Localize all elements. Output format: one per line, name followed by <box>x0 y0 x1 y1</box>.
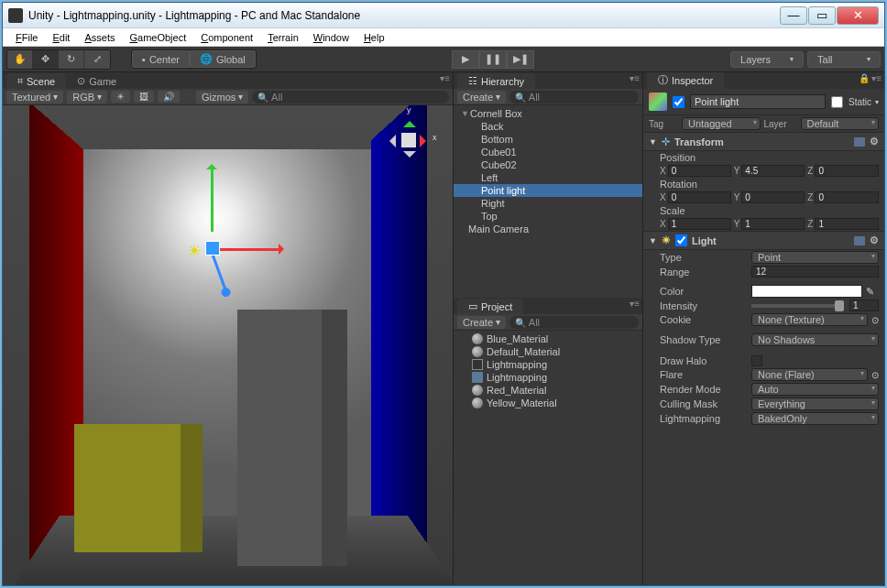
scale-tool-button[interactable]: ⤢ <box>84 50 110 69</box>
position-z-field[interactable] <box>815 165 879 177</box>
help-icon[interactable] <box>854 236 865 245</box>
project-item[interactable]: Lightmapping <box>454 358 642 371</box>
tab-project[interactable]: ▭Project <box>457 299 523 314</box>
transform-component-header[interactable]: ▼⊹ Transform <box>643 132 884 151</box>
light-enabled-checkbox[interactable] <box>675 234 687 246</box>
render-mode-dropdown[interactable]: RGB ▾ <box>67 91 107 103</box>
cookie-field[interactable]: None (Texture) <box>751 313 868 326</box>
active-checkbox[interactable] <box>673 96 684 108</box>
close-button[interactable]: ✕ <box>837 6 879 25</box>
panel-menu-icon[interactable]: ▾≡ <box>871 73 882 83</box>
panel-menu-icon[interactable]: ▾≡ <box>630 73 640 83</box>
hierarchy-item[interactable]: Cube01 <box>454 146 642 158</box>
tab-inspector[interactable]: ⓘInspector <box>647 72 724 89</box>
hierarchy-item[interactable]: Right <box>454 197 642 210</box>
audio-toggle[interactable]: 🔊 <box>158 91 180 103</box>
rotation-z-field[interactable] <box>815 191 879 203</box>
position-y-field[interactable] <box>741 165 805 177</box>
tab-scene[interactable]: ⌗Scene <box>6 73 66 89</box>
scale-y-field[interactable] <box>741 218 805 230</box>
eyedropper-icon[interactable]: ✎ <box>866 286 879 298</box>
menu-component[interactable]: Component <box>195 30 258 45</box>
lightmapping-dropdown[interactable]: BakedOnly <box>751 412 879 425</box>
hierarchy-item[interactable]: Cube02 <box>454 158 642 171</box>
scene-viewport[interactable]: x y <box>3 105 453 585</box>
scale-z-field[interactable] <box>815 218 879 230</box>
hierarchy-item[interactable]: Back <box>454 120 642 133</box>
position-x-field[interactable] <box>668 165 731 177</box>
hierarchy-item[interactable]: Top <box>454 210 642 223</box>
shadow-dropdown[interactable]: No Shadows <box>751 333 879 346</box>
hierarchy-item[interactable]: Point light <box>454 184 642 197</box>
menu-help[interactable]: Help <box>358 30 390 45</box>
orientation-gizmo[interactable]: x y <box>381 113 436 168</box>
gear-icon[interactable] <box>870 136 879 147</box>
render-mode-dropdown[interactable]: Auto <box>751 383 879 396</box>
layers-dropdown[interactable]: Layers▾ <box>730 51 804 68</box>
lighting-toggle[interactable]: ☀ <box>111 91 130 103</box>
space-toggle[interactable]: 🌐 Global <box>190 50 256 68</box>
minimize-button[interactable]: — <box>780 6 807 25</box>
panel-menu-icon[interactable]: ▾≡ <box>440 73 450 83</box>
object-name-field[interactable] <box>690 94 826 109</box>
light-component-header[interactable]: ▼☀ Light <box>643 231 884 250</box>
project-item[interactable]: Red_Material <box>454 384 642 397</box>
project-item[interactable]: Default_Material <box>454 345 642 358</box>
tab-hierarchy[interactable]: ☷Hierarchy <box>457 73 535 89</box>
gizmos-dropdown[interactable]: Gizmos ▾ <box>196 91 248 103</box>
hierarchy-item[interactable]: Main Camera <box>454 223 642 235</box>
light-type-dropdown[interactable]: Point <box>751 251 879 264</box>
maximize-button[interactable]: ▭ <box>808 6 836 25</box>
gear-icon[interactable] <box>870 234 879 246</box>
range-field[interactable] <box>751 266 879 278</box>
help-icon[interactable] <box>854 137 865 147</box>
layer-dropdown[interactable]: Default <box>801 117 880 130</box>
rotate-tool-button[interactable]: ↻ <box>59 50 84 69</box>
rotation-x-field[interactable] <box>668 191 731 203</box>
project-item[interactable]: Yellow_Material <box>454 397 642 409</box>
draw-halo-checkbox[interactable] <box>751 355 762 366</box>
shading-mode-dropdown[interactable]: Textured ▾ <box>6 91 63 103</box>
hierarchy-item[interactable]: Left <box>454 171 642 184</box>
hierarchy-item-root[interactable]: ▼Cornell Box <box>454 107 642 120</box>
intensity-slider[interactable] <box>751 304 844 308</box>
scene-search-input[interactable]: 🔍 All <box>252 91 449 103</box>
object-picker-icon[interactable]: ⊙ <box>871 370 879 380</box>
culling-mask-dropdown[interactable]: Everything <box>751 397 879 410</box>
scale-x-field[interactable] <box>668 218 731 230</box>
static-dropdown-icon[interactable]: ▾ <box>875 98 879 106</box>
gizmo-y-axis[interactable] <box>211 168 214 232</box>
lock-icon[interactable]: 🔒 <box>859 73 870 83</box>
menu-edit[interactable]: Edit <box>47 30 75 45</box>
static-checkbox[interactable] <box>831 96 843 108</box>
menu-gameobject[interactable]: GameObject <box>124 30 192 45</box>
hierarchy-create-dropdown[interactable]: Create ▾ <box>457 91 506 103</box>
object-picker-icon[interactable]: ⊙ <box>871 315 879 325</box>
tab-game[interactable]: ⊙Game <box>66 73 127 89</box>
tag-dropdown[interactable]: Untagged <box>682 117 761 130</box>
hierarchy-item[interactable]: Bottom <box>454 133 642 146</box>
panel-menu-icon[interactable]: ▾≡ <box>630 299 640 309</box>
fx-toggle[interactable]: 🖼 <box>134 91 154 103</box>
menu-window[interactable]: Window <box>308 30 355 45</box>
project-item[interactable]: Blue_Material <box>454 332 642 345</box>
pivot-toggle[interactable]: ▪ Center <box>132 50 190 68</box>
menu-file[interactable]: FFileFile <box>10 30 43 45</box>
hierarchy-search-input[interactable]: 🔍 All <box>509 91 639 103</box>
intensity-field[interactable] <box>849 299 879 311</box>
menu-assets[interactable]: Assets <box>79 30 120 45</box>
project-search-input[interactable]: 🔍 All <box>509 316 639 329</box>
layout-dropdown[interactable]: Tall▾ <box>807 51 881 68</box>
titlebar[interactable]: Unity - Lightmapping.unity - Lightmappin… <box>3 3 884 28</box>
step-button[interactable]: ▶❚ <box>507 50 534 69</box>
project-item[interactable]: Lightmapping <box>454 371 642 384</box>
move-tool-button[interactable]: ✥ <box>33 50 59 69</box>
pause-button[interactable]: ❚❚ <box>479 50 507 69</box>
play-button[interactable]: ▶ <box>452 50 479 69</box>
menu-terrain[interactable]: Terrain <box>262 30 304 45</box>
hand-tool-button[interactable]: ✋ <box>7 50 33 69</box>
flare-field[interactable]: None (Flare) <box>751 368 868 381</box>
gizmo-x-axis[interactable] <box>214 248 280 251</box>
rotation-y-field[interactable] <box>741 191 805 203</box>
gizmo-center[interactable] <box>205 241 220 256</box>
